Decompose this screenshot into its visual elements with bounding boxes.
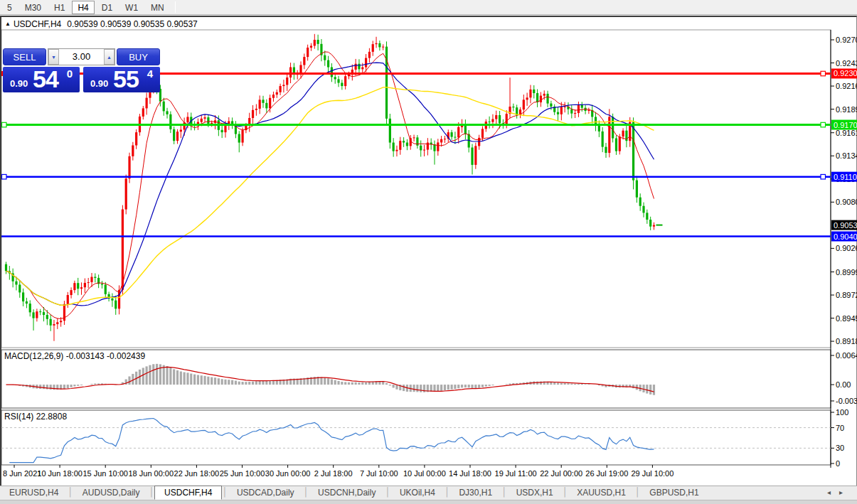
svg-text:70: 70 xyxy=(836,424,844,432)
tab-separator: │ xyxy=(385,486,390,500)
svg-text:0.92306: 0.92306 xyxy=(834,69,857,77)
chart-tab-usdcad[interactable]: USDCAD,Daily xyxy=(228,486,304,500)
svg-text:30: 30 xyxy=(836,444,844,452)
svg-text:0.91101: 0.91101 xyxy=(834,173,857,181)
tab-separator: │ xyxy=(635,486,641,500)
toolbar-separator xyxy=(175,1,176,13)
chart-ohlc-values: 0.90539 0.90539 0.90535 0.90537 xyxy=(67,19,198,29)
buy-price-big: 55 xyxy=(113,65,139,93)
sell-price-big: 54 xyxy=(33,65,58,93)
chart-tab-xauusd[interactable]: XAUUSD,H1 xyxy=(568,486,635,500)
svg-text:0.92160: 0.92160 xyxy=(836,82,857,90)
timeframe-button-h4[interactable]: H4 xyxy=(72,1,94,14)
timeframe-button-h1[interactable]: H1 xyxy=(48,1,70,14)
buy-price-pip: 4 xyxy=(147,68,153,80)
macd-label: MACD(12,26,9) -0.003143 -0.002439 xyxy=(4,351,145,361)
chart-window: ▲USDCHF,H40.90539 0.90539 0.90535 0.9053… xyxy=(0,16,857,486)
svg-text:26 Jul 19:00: 26 Jul 19:00 xyxy=(585,469,628,478)
last-close-marker xyxy=(656,225,662,226)
svg-text:19 Jul 11:00: 19 Jul 11:00 xyxy=(495,469,537,478)
rsi-label: RSI(14) 22.8808 xyxy=(4,412,67,422)
timeframe-button-5[interactable]: 5 xyxy=(1,1,18,14)
volume-spinner: ▼ 3.00 ▲ xyxy=(48,48,115,65)
volume-decrease-button[interactable]: ▼ xyxy=(48,49,59,65)
collapse-arrow-icon[interactable]: ▲ xyxy=(5,21,11,27)
svg-text:0.90265: 0.90265 xyxy=(836,244,857,252)
timeframe-toolbar: 5M30H1H4D1W1MN xyxy=(0,0,857,15)
svg-text:0.91708: 0.91708 xyxy=(834,121,857,129)
svg-text:0.92430: 0.92430 xyxy=(836,59,857,68)
svg-text:25 Jun 10:00: 25 Jun 10:00 xyxy=(220,469,265,478)
chart-tab-usdx[interactable]: USDX,H1 xyxy=(507,486,563,500)
chart-tab-ukoil[interactable]: UKOil,H4 xyxy=(390,486,445,500)
price-axis: 0.927000.924300.921600.918900.916150.913… xyxy=(831,36,857,345)
svg-text:0.00: 0.00 xyxy=(836,380,851,389)
svg-text:0.89450: 0.89450 xyxy=(836,314,857,323)
svg-text:-0.0036: -0.0036 xyxy=(836,397,857,405)
sell-price-pip: 0 xyxy=(67,68,73,80)
svg-text:0.90805: 0.90805 xyxy=(836,198,857,206)
svg-text:0: 0 xyxy=(836,459,840,468)
tab-separator: │ xyxy=(304,486,309,500)
tab-separator: │ xyxy=(68,486,73,500)
tabs-scroll-right-icon[interactable]: ▸ xyxy=(835,488,847,496)
tab-separator: │ xyxy=(501,486,507,500)
timeframe-button-w1[interactable]: W1 xyxy=(119,1,144,14)
svg-text:0.90405: 0.90405 xyxy=(834,232,857,241)
svg-text:30 Jun 00:00: 30 Jun 00:00 xyxy=(265,469,311,478)
chart-title: ▲USDCHF,H40.90539 0.90539 0.90535 0.9053… xyxy=(5,19,198,29)
svg-text:10 Jun 18:00: 10 Jun 18:00 xyxy=(37,469,82,478)
svg-text:0.91615: 0.91615 xyxy=(836,129,857,137)
chart-tab-gbpusd[interactable]: GBPUSD,H1 xyxy=(640,486,708,500)
chart-tabs-bar: EURUSD,H4│AUDUSD,Daily│USDCHF,H4│USDCAD,… xyxy=(0,486,857,500)
tab-separator: │ xyxy=(563,486,568,500)
chart-tab-usdcnh[interactable]: USDCNH,Daily xyxy=(309,486,385,500)
chart-tab-eurusd[interactable]: EURUSD,H4 xyxy=(0,486,68,500)
svg-text:8 Jun 2021: 8 Jun 2021 xyxy=(3,469,41,478)
chart-symbol-label: USDCHF,H4 xyxy=(14,19,61,29)
svg-text:7 Jul 10:00: 7 Jul 10:00 xyxy=(360,469,398,478)
tab-separator: │ xyxy=(222,486,228,500)
buy-price-prefix: 0.90 xyxy=(90,78,108,89)
tab-separator: │ xyxy=(445,486,450,500)
svg-text:14 Jul 18:00: 14 Jul 18:00 xyxy=(449,469,491,478)
svg-text:0.92700: 0.92700 xyxy=(836,36,857,44)
buy-price-display[interactable]: 0.90 55 4 xyxy=(83,67,160,92)
sell-price-display[interactable]: 0.90 54 0 xyxy=(3,67,80,92)
svg-text:29 Jul 10:00: 29 Jul 10:00 xyxy=(631,469,674,478)
date-axis: 8 Jun 202110 Jun 18:0015 Jun 10:0018 Jun… xyxy=(3,465,674,478)
volume-increase-button[interactable]: ▲ xyxy=(104,49,115,65)
svg-text:0.90537: 0.90537 xyxy=(834,221,857,230)
tab-separator: │ xyxy=(149,486,155,500)
svg-text:0.89180: 0.89180 xyxy=(836,337,857,345)
trading-terminal: 5M30H1H4D1W1MN ▲USDCHF,H40.90539 0.90539… xyxy=(0,0,857,504)
svg-text:0.91345: 0.91345 xyxy=(836,151,857,160)
timeframe-button-m30[interactable]: M30 xyxy=(19,1,47,14)
svg-text:10 Jul 00:00: 10 Jul 00:00 xyxy=(403,469,446,478)
sell-button[interactable]: SELL xyxy=(3,48,46,65)
volume-input[interactable]: 3.00 xyxy=(59,49,104,65)
tabs-scroll-left-icon[interactable]: ◂ xyxy=(823,488,835,496)
one-click-trading-panel: SELL ▼ 3.00 ▲ BUY 0.90 54 0 0.90 55 4 xyxy=(3,48,160,92)
window-bottom-strip xyxy=(0,500,857,504)
svg-text:0.91890: 0.91890 xyxy=(836,105,857,114)
svg-text:0.89720: 0.89720 xyxy=(836,291,857,299)
svg-text:22 Jul 00:00: 22 Jul 00:00 xyxy=(540,469,582,478)
chart-tab-dj30[interactable]: DJ30,H1 xyxy=(449,486,501,500)
svg-text:0.006455: 0.006455 xyxy=(836,351,857,360)
buy-button[interactable]: BUY xyxy=(117,48,160,65)
svg-text:2 Jul 18:00: 2 Jul 18:00 xyxy=(314,469,353,478)
svg-text:0.89990: 0.89990 xyxy=(836,268,857,277)
timeframe-button-mn[interactable]: MN xyxy=(145,1,170,14)
timeframe-button-d1[interactable]: D1 xyxy=(96,1,118,14)
svg-text:22 Jun 18:00: 22 Jun 18:00 xyxy=(174,469,220,478)
chart-tab-audusd[interactable]: AUDUSD,Daily xyxy=(73,486,149,500)
sell-price-prefix: 0.90 xyxy=(10,78,28,89)
svg-text:18 Jun 00:00: 18 Jun 00:00 xyxy=(128,469,174,478)
chart-tab-usdchf[interactable]: USDCHF,H4 xyxy=(154,486,222,500)
svg-text:100: 100 xyxy=(836,408,848,417)
svg-text:15 Jun 10:00: 15 Jun 10:00 xyxy=(82,469,128,478)
